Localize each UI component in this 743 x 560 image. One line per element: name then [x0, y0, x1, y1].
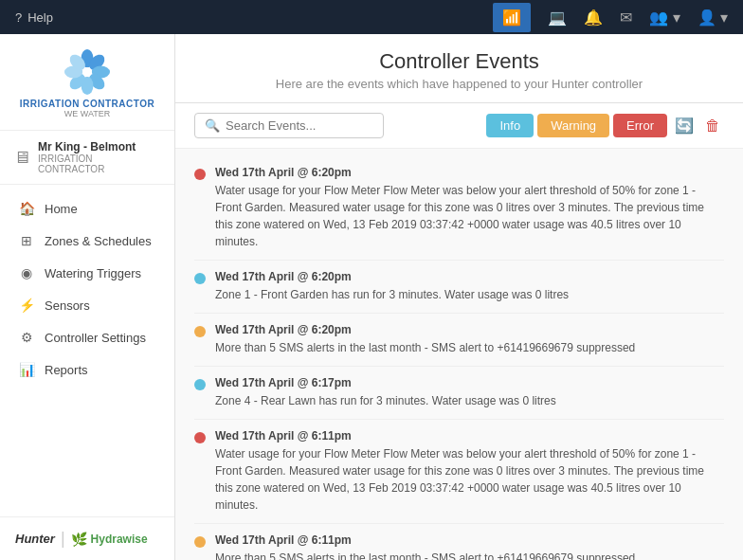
envelope-icon[interactable]: ✉ [620, 9, 632, 27]
sidebar: IRRIGATION CONTRACTOR WE WATER 🖥 Mr King… [0, 34, 175, 560]
main-layout: IRRIGATION CONTRACTOR WE WATER 🖥 Mr King… [0, 34, 743, 560]
refresh-icon: 🔄 [675, 117, 694, 134]
event-dot [194, 379, 206, 390]
top-nav-icons: 📶 💻 🔔 ✉ 👥 ▾ 👤 ▾ [493, 3, 728, 32]
sidebar-navigation: 🏠 Home ⊞ Zones & Schedules ◉ Watering Tr… [0, 185, 174, 516]
user-icon[interactable]: 👤 ▾ [698, 9, 728, 27]
hydrawise-brand: 🌿 Hydrawise [71, 532, 148, 547]
filter-buttons: Info Warning Error 🔄 🗑 [486, 113, 724, 138]
hydrawise-leaf-icon: 🌿 [71, 532, 87, 547]
event-text: More than 5 SMS alerts in the last month… [215, 550, 635, 560]
sidebar-footer: Hunter | 🌿 Hydrawise [0, 516, 174, 560]
event-content: Wed 17th April @ 6:20pm Water usage for … [215, 166, 724, 250]
event-dot [194, 536, 206, 548]
user-role: IRRIGATION CONTRACTOR [38, 154, 161, 174]
sidebar-item-controller[interactable]: ⚙ Controller Settings [0, 321, 174, 353]
users-icon[interactable]: 👥 ▾ [649, 9, 680, 27]
event-item: Wed 17th April @ 6:11pm More than 5 SMS … [194, 524, 724, 560]
sidebar-item-label: Sensors [45, 298, 90, 313]
sidebar-item-label: Watering Triggers [45, 266, 141, 280]
event-text: Zone 4 - Rear Lawn has run for 3 minutes… [215, 392, 556, 409]
sidebar-logo: IRRIGATION CONTRACTOR WE WATER [0, 34, 174, 131]
event-dot [194, 273, 206, 284]
sidebar-item-label: Controller Settings [45, 331, 146, 345]
event-time: Wed 17th April @ 6:11pm [215, 533, 635, 547]
wifi-icon[interactable]: 📶 [493, 3, 531, 32]
event-time: Wed 17th April @ 6:20pm [215, 323, 635, 336]
footer-divider: | [61, 529, 65, 549]
bell-icon[interactable]: 🔔 [584, 9, 603, 27]
svg-point-8 [82, 67, 92, 77]
event-text: Zone 1 - Front Garden has run for 3 minu… [215, 286, 569, 303]
sensors-icon: ⚡ [18, 298, 35, 313]
hunter-brand: Hunter [15, 532, 55, 546]
settings-icon: ⚙ [18, 330, 35, 345]
brand-sub: WE WATER [64, 109, 111, 118]
sidebar-item-sensors[interactable]: ⚡ Sensors [0, 289, 174, 321]
event-dot [194, 432, 206, 443]
filter-info-button[interactable]: Info [486, 114, 534, 137]
event-time: Wed 17th April @ 6:20pm [215, 166, 724, 179]
event-content: Wed 17th April @ 6:11pm More than 5 SMS … [215, 533, 635, 560]
event-time: Wed 17th April @ 6:11pm [215, 429, 724, 443]
trash-icon: 🗑 [705, 117, 720, 134]
event-text: More than 5 SMS alerts in the last month… [215, 339, 635, 356]
content-toolbar: 🔍 Info Warning Error 🔄 🗑 [175, 103, 743, 149]
user-info: Mr King - Belmont IRRIGATION CONTRACTOR [38, 140, 161, 174]
content-area: Controller Events Here are the events wh… [175, 34, 743, 560]
sidebar-item-label: Zones & Schedules [45, 234, 152, 248]
filter-error-button[interactable]: Error [613, 114, 667, 137]
help-label: Help [27, 10, 53, 25]
sidebar-item-home[interactable]: 🏠 Home [0, 192, 174, 225]
brand-logo [64, 49, 110, 95]
delete-button[interactable]: 🗑 [701, 114, 724, 138]
event-dot [194, 326, 206, 337]
page-subtitle: Here are the events which have happened … [198, 77, 720, 91]
sidebar-item-label: Reports [45, 363, 88, 377]
home-icon: 🏠 [18, 201, 35, 216]
user-avatar-icon: 🖥 [13, 148, 30, 168]
event-item: Wed 17th April @ 6:17pm Zone 4 - Rear La… [194, 367, 724, 420]
event-text: Water usage for your Flow Meter Flow Met… [215, 182, 724, 250]
sidebar-item-watering[interactable]: ◉ Watering Triggers [0, 257, 174, 289]
event-time: Wed 17th April @ 6:20pm [215, 270, 569, 283]
event-time: Wed 17th April @ 6:17pm [215, 376, 556, 389]
sidebar-item-reports[interactable]: 📊 Reports [0, 353, 174, 386]
brand-name: IRRIGATION CONTRACTOR [20, 99, 154, 109]
event-content: Wed 17th April @ 6:20pm Zone 1 - Front G… [215, 270, 569, 303]
watering-icon: ◉ [18, 265, 35, 280]
question-icon: ? [15, 10, 22, 25]
sidebar-item-label: Home [45, 202, 78, 216]
help-menu[interactable]: ? Help [15, 10, 53, 25]
event-item: Wed 17th April @ 6:20pm Water usage for … [194, 156, 724, 261]
filter-warning-button[interactable]: Warning [537, 114, 609, 137]
event-content: Wed 17th April @ 6:20pm More than 5 SMS … [215, 323, 635, 356]
sidebar-item-zones[interactable]: ⊞ Zones & Schedules [0, 225, 174, 257]
event-item: Wed 17th April @ 6:11pm Water usage for … [194, 420, 724, 524]
sidebar-user: 🖥 Mr King - Belmont IRRIGATION CONTRACTO… [0, 131, 174, 185]
search-icon: 🔍 [205, 118, 220, 133]
refresh-button[interactable]: 🔄 [671, 113, 698, 138]
search-box[interactable]: 🔍 [194, 113, 384, 138]
search-input[interactable] [226, 118, 373, 133]
content-header: Controller Events Here are the events wh… [175, 34, 743, 103]
event-item: Wed 17th April @ 6:20pm More than 5 SMS … [194, 314, 724, 367]
event-text: Water usage for your Flow Meter Flow Met… [215, 445, 724, 514]
user-name: Mr King - Belmont [38, 140, 161, 154]
page-title: Controller Events [198, 49, 720, 74]
reports-icon: 📊 [18, 362, 35, 377]
tablet-icon[interactable]: 💻 [548, 9, 567, 27]
event-item: Wed 17th April @ 6:20pm Zone 1 - Front G… [194, 261, 724, 314]
event-content: Wed 17th April @ 6:17pm Zone 4 - Rear La… [215, 376, 556, 409]
zones-icon: ⊞ [18, 233, 35, 248]
event-content: Wed 17th April @ 6:11pm Water usage for … [215, 429, 724, 514]
event-dot [194, 169, 206, 180]
top-navigation: ? Help 📶 💻 🔔 ✉ 👥 ▾ 👤 ▾ [0, 0, 743, 34]
events-list: Wed 17th April @ 6:20pm Water usage for … [175, 149, 743, 560]
